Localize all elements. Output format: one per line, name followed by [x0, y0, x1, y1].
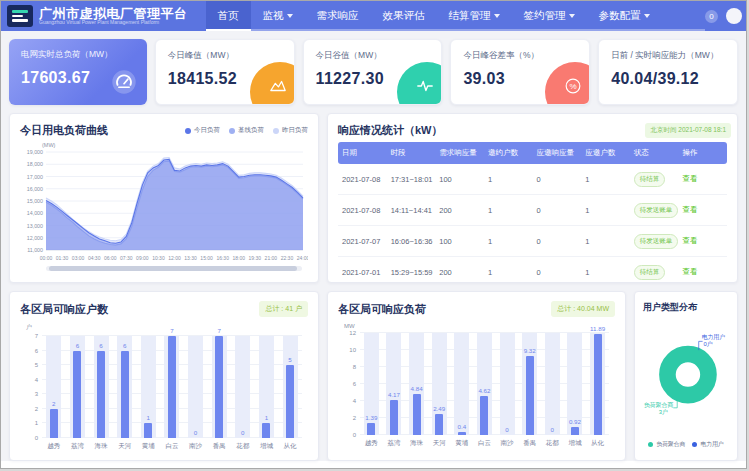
bar-天河: 2.49 天河	[432, 333, 447, 435]
svg-text:18:00: 18:00	[232, 255, 245, 261]
x-axis-label: 越秀	[47, 442, 60, 451]
x-axis-label: 黄埔	[455, 439, 468, 448]
legend-item-基线负荷[interactable]: 基线负荷	[229, 126, 264, 135]
bar-value-label: 1	[251, 414, 281, 421]
nav-item-效果评估[interactable]: 效果评估	[371, 1, 437, 31]
scrollbar-thumb[interactable]	[49, 266, 297, 271]
user-type-panel: 用户类型分布 电力用户 0户 负荷聚合商 3户 负荷聚合商 电力用户	[634, 291, 738, 461]
svg-text:3户: 3户	[659, 408, 668, 415]
district-load-chart: MW 0 2 4 6 8 10 12 1.39 越秀 4.17 荔湾 4.84 …	[338, 323, 615, 435]
view-link[interactable]: 查看	[682, 174, 697, 183]
svg-text:(MW): (MW)	[42, 142, 56, 148]
svg-text:24:00: 24:00	[297, 255, 308, 261]
bar-越秀: 1.39 越秀	[364, 333, 379, 435]
view-link[interactable]: 查看	[682, 205, 697, 214]
x-axis-label: 白云	[478, 439, 491, 448]
bar-background-stripe	[188, 336, 203, 438]
svg-text:12,000: 12,000	[27, 235, 43, 241]
svg-text:10:30: 10:30	[152, 255, 165, 261]
legend-item-昨日负荷[interactable]: 昨日负荷	[273, 126, 308, 135]
bar-增城: 0.92 增城	[567, 333, 582, 435]
nav-item-结算管理[interactable]: 结算管理	[437, 1, 512, 31]
bar-background-stripe	[235, 336, 250, 438]
bar-value-label: 0	[228, 429, 258, 436]
bar-黄埔: 0.4 黄埔	[454, 333, 469, 435]
bar-value-label: 4.62	[469, 387, 499, 394]
nav-item-参数配置[interactable]: 参数配置	[587, 1, 662, 31]
column-header-应邀户数: 应邀户数	[581, 142, 630, 164]
bar	[262, 423, 270, 438]
district-users-panel: 各区局可响应户数 总计 : 41 户 户 0 1 2 3 4 5 6 7 2 越…	[9, 291, 319, 461]
svg-text:16,000: 16,000	[27, 186, 43, 192]
bar-从化: 5 从化	[283, 336, 298, 438]
load-curve-title: 今日用电负荷曲线	[20, 123, 108, 138]
bar-value-label: 7	[204, 327, 234, 334]
bar-value-label: 2	[39, 400, 69, 407]
svg-text:17,000: 17,000	[27, 174, 43, 180]
svg-text:06:00: 06:00	[104, 255, 117, 261]
x-axis-label: 白云	[165, 442, 178, 451]
legend-item-电力用户[interactable]: 电力用户	[692, 440, 723, 449]
bar-南沙: 0 南沙	[500, 333, 515, 435]
district-load-title: 各区局可响应负荷	[338, 302, 426, 317]
user-type-legend: 负荷聚合商 电力用户	[643, 440, 729, 451]
column-header-需求响应量: 需求响应量	[435, 142, 484, 164]
chevron-down-icon	[644, 14, 650, 18]
svg-text:04:30: 04:30	[88, 255, 101, 261]
view-link[interactable]: 查看	[682, 236, 697, 245]
nav-item-需求响应[interactable]: 需求响应	[305, 1, 371, 31]
bar	[144, 423, 152, 438]
x-axis-label: 黄埔	[142, 442, 155, 451]
kpi-label: 今日峰值（MW）	[168, 50, 282, 62]
response-stats-title: 响应情况统计（kW）	[338, 123, 443, 138]
column-header-日期: 日期	[338, 142, 387, 164]
bar-增城: 1 增城	[259, 336, 274, 438]
x-axis-label: 番禺	[213, 442, 226, 451]
x-axis-label: 从化	[591, 439, 604, 448]
svg-text:19,000: 19,000	[27, 149, 43, 155]
bar-荔湾: 6 荔湾	[70, 336, 85, 438]
bar	[413, 394, 421, 435]
app-title: 广州市虚拟电厂管理平台	[39, 7, 188, 21]
peak-chart-icon	[269, 77, 287, 95]
notification-badge[interactable]: 0	[705, 10, 718, 23]
app-header: 广州市虚拟电厂管理平台 Guangzhou Virtual Power Plan…	[1, 1, 746, 31]
bar	[168, 336, 176, 438]
percent-gauge-icon: %	[564, 77, 582, 95]
legend-item-今日负荷[interactable]: 今日负荷	[185, 126, 220, 135]
svg-text:负荷聚合商: 负荷聚合商	[644, 401, 673, 409]
kpi-card-3: 今日峰谷差率（%） 39.03 %	[450, 39, 590, 105]
kpi-label: 电网实时总负荷（MW）	[21, 49, 135, 61]
svg-text:0户: 0户	[704, 340, 713, 347]
legend-item-负荷聚合商[interactable]: 负荷聚合商	[648, 440, 685, 449]
bar	[97, 351, 105, 438]
nav-item-监视[interactable]: 监视	[251, 1, 305, 31]
legend-dot	[692, 442, 697, 447]
y-axis-unit: MW	[344, 323, 615, 329]
bar-花都: 0 花都	[545, 333, 560, 435]
bar	[50, 409, 58, 438]
nav-item-签约管理[interactable]: 签约管理	[512, 1, 587, 31]
x-axis-label: 南沙	[501, 439, 514, 448]
nav-item-首页[interactable]: 首页	[206, 1, 251, 31]
bar-荔湾: 4.17 荔湾	[386, 333, 401, 435]
svg-text:12:00: 12:00	[168, 255, 181, 261]
svg-text:13:30: 13:30	[184, 255, 197, 261]
bar-value-label: 0	[181, 429, 211, 436]
user-type-donut-chart: 电力用户 0户 负荷聚合商 3户	[643, 314, 729, 440]
column-header-邀约户数: 邀约户数	[484, 142, 533, 164]
bar-value-label: 2.49	[424, 405, 454, 412]
svg-text:%: %	[570, 82, 577, 91]
table-row: 2021-07-07 16:06~16:36 100 1 0 1 待发送账单 查…	[338, 226, 727, 257]
view-link[interactable]: 查看	[682, 267, 697, 276]
bar	[286, 365, 294, 438]
table-row: 2021-07-08 14:11~14:41 200 1 0 1 待发送账单 查…	[338, 195, 727, 226]
bar	[215, 336, 223, 438]
legend-dot	[273, 128, 279, 134]
user-avatar[interactable]	[726, 8, 742, 24]
bar-value-label: 1	[133, 414, 163, 421]
pulse-icon	[416, 77, 434, 95]
svg-text:11,000: 11,000	[27, 247, 43, 253]
x-axis-label: 南沙	[189, 442, 202, 451]
bar-番禺: 9.32 番禺	[522, 333, 537, 435]
